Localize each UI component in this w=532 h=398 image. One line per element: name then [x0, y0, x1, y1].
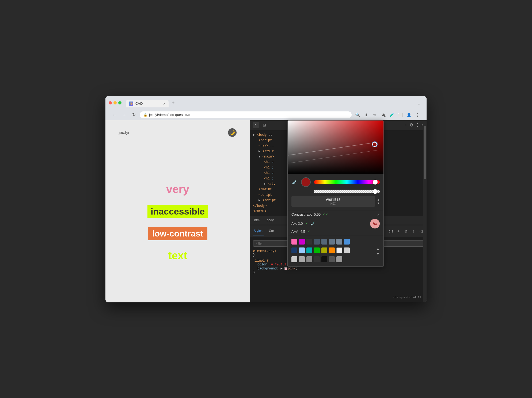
alpha-slider[interactable] [314, 190, 380, 193]
address-bar-row: ← → ↻ 🔒 jec.fyi/demo/cds-quest-cvd 🔍 ⬆ ☆… [109, 110, 423, 120]
sidebar-button[interactable]: ◁ [418, 228, 424, 234]
word-inaccessible: inaccessible [147, 205, 208, 218]
swatch-gray1[interactable] [291, 256, 297, 262]
hex-input-wrap: #981515 HEX [291, 196, 375, 207]
more-options-icon[interactable]: ⋮ [415, 122, 419, 127]
swatches-scroll-row: ▲ ▼ [291, 239, 380, 264]
contrast-aaa-row: AAA: 4.5 ✓ [291, 230, 380, 234]
color-picker-popup: 💉 [287, 120, 384, 267]
swatch-gray7[interactable] [336, 256, 342, 262]
devtools-scrollbar[interactable] [423, 120, 427, 302]
tab-title: CVD [135, 102, 143, 106]
aa-pass-icon: ✓ [305, 221, 308, 226]
swatch-slate[interactable] [336, 239, 342, 245]
cls-button[interactable]: cls [388, 228, 394, 234]
aaa-pass-icon: ✓ [307, 230, 310, 234]
swatch-green[interactable] [314, 247, 320, 253]
mac-window: 🎨 CVD × + ⌄ ← → ↻ 🔒 jec.fyi/demo/cds-que… [105, 96, 427, 302]
contrast-collapse-button[interactable]: ∧ [377, 212, 380, 217]
close-traffic-light[interactable] [109, 101, 112, 104]
device-toggle-button[interactable]: ⊡ [261, 122, 268, 128]
forward-button[interactable]: → [120, 111, 128, 119]
address-bar[interactable]: 🔒 jec.fyi/demo/cds-quest-cvd [140, 111, 352, 118]
swatches-row-2 [291, 247, 375, 253]
svg-line-1 [288, 150, 379, 163]
tab-close-button[interactable]: × [163, 102, 165, 106]
demo-words: very inaccessible low-contrast text [147, 150, 208, 294]
hue-row: 💉 [291, 177, 380, 187]
tab-favicon: 🎨 [129, 102, 133, 106]
swatch-dark1[interactable] [306, 239, 312, 245]
minimize-traffic-light[interactable] [113, 101, 117, 104]
back-button[interactable]: ← [111, 111, 118, 119]
hex-input-row: #981515 HEX ▲ ▼ [291, 196, 380, 207]
swatch-purple[interactable] [299, 239, 305, 245]
html-breadcrumb[interactable]: html [253, 216, 261, 225]
lock-icon: 🔒 [143, 113, 147, 117]
swatch-navy[interactable] [291, 247, 297, 253]
swatches-row-1 [291, 239, 375, 245]
page-content: jec.fyi 🌙 very inaccessible low-contrast… [105, 120, 250, 302]
aa-label: AA: 3.0 [291, 221, 303, 226]
eyedropper-button[interactable]: 💉 [291, 179, 298, 185]
dark-mode-button[interactable]: 🌙 [228, 128, 237, 137]
contrast-ratio-label: Contrast ratio [291, 212, 312, 216]
color-controls: 💉 [288, 174, 383, 210]
gradient-lines [288, 121, 383, 174]
share-icon[interactable]: ⬆ [362, 111, 370, 119]
bookmark-icon[interactable]: ☆ [371, 111, 378, 119]
swatch-gray2[interactable] [299, 256, 305, 262]
window-icon[interactable]: ⬜ [397, 111, 404, 119]
profile-icon[interactable]: 👤 [405, 111, 413, 119]
swatch-teal[interactable] [306, 247, 312, 253]
new-tab-button[interactable]: + [169, 99, 177, 107]
swatch-light2[interactable] [344, 247, 350, 253]
swatch-orange[interactable] [329, 247, 335, 253]
swatch-light1[interactable] [336, 247, 342, 253]
hex-value: #981515 [294, 198, 372, 202]
browser-tab-cvd[interactable]: 🎨 CVD × [126, 100, 169, 107]
swatch-dark3[interactable] [321, 239, 327, 245]
devtools-dots-icon: ⋯ [403, 122, 407, 127]
toggle-button[interactable]: ↕ [411, 228, 416, 234]
swatch-light-blue[interactable] [299, 247, 305, 253]
hue-thumb[interactable] [373, 180, 378, 185]
contrast-aa-row: AA: 3.0 ✓ 💉 Aa [291, 219, 380, 228]
maximize-traffic-light[interactable] [118, 101, 121, 104]
background-property: background: ▶ pink; [253, 266, 423, 271]
devtools-scrollthumb[interactable] [424, 126, 426, 179]
color-cursor[interactable] [372, 142, 377, 147]
swatch-olive[interactable] [321, 247, 327, 253]
alpha-thumb[interactable] [373, 189, 378, 194]
styles-tab[interactable]: Styles [253, 227, 264, 235]
body-breadcrumb[interactable]: body [266, 216, 275, 225]
search-icon[interactable]: 🔍 [354, 111, 361, 119]
inspect-tool-button[interactable]: ↖ [253, 122, 259, 128]
swatches-scroll-arrows[interactable]: ▲ ▼ [376, 247, 380, 256]
reload-button[interactable]: ↻ [130, 111, 138, 119]
settings-icon[interactable]: ⚙ [409, 122, 413, 127]
contrast-check-icon: ✓✓ [322, 212, 328, 216]
more-icon[interactable]: ⋮ [414, 111, 421, 119]
word-text: text [168, 250, 187, 262]
file-reference: cds-quest-cvd:11 [393, 296, 421, 299]
swatch-blue[interactable] [344, 239, 350, 245]
computed-tab[interactable]: Cor [268, 227, 275, 235]
flask-icon[interactable]: 🧪 [388, 111, 396, 119]
swatch-gray6[interactable] [329, 256, 335, 262]
tab-end-button[interactable]: ⌄ [415, 99, 423, 107]
toolbar-icons: 🔍 ⬆ ☆ 🔌 🧪 ⬜ 👤 ⋮ [354, 111, 421, 119]
hue-slider[interactable] [314, 180, 380, 184]
swatch-gray4[interactable] [314, 256, 320, 262]
extensions-icon[interactable]: 🔌 [379, 111, 387, 119]
swatch-dark4[interactable] [329, 239, 335, 245]
swatch-dark2[interactable] [314, 239, 320, 245]
swatch-gray3[interactable] [306, 256, 312, 262]
color-gradient-picker[interactable] [288, 121, 383, 174]
swatch-pink[interactable] [291, 239, 297, 245]
new-rule-button[interactable]: ⊕ [403, 228, 409, 234]
add-style-button[interactable]: + [396, 228, 401, 234]
contrast-eyedropper-button[interactable]: 💉 [310, 221, 315, 226]
swatch-gray5[interactable] [321, 256, 327, 262]
hex-arrows[interactable]: ▲ ▼ [377, 198, 380, 205]
